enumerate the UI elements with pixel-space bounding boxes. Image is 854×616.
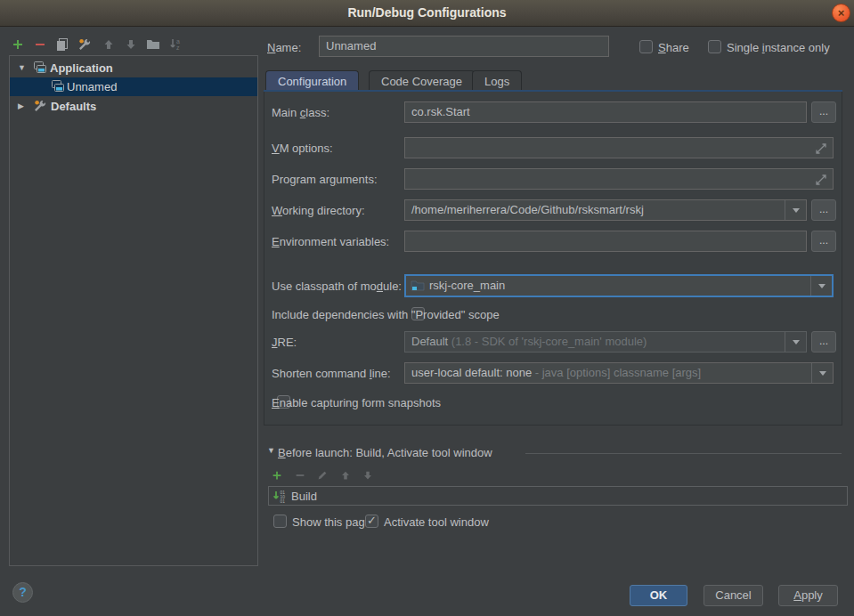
dialog-title: Run/Debug Configurations [0, 5, 854, 20]
move-up-icon[interactable] [102, 37, 116, 52]
environment-variables-label: Environment variables: [272, 235, 389, 248]
chevron-down-icon[interactable] [810, 276, 832, 296]
tree-item-label: Application [50, 59, 113, 77]
name-label: Name: [267, 41, 301, 54]
application-type-icon [33, 61, 47, 75]
cancel-button[interactable]: Cancel [704, 585, 763, 606]
task-move-up-icon[interactable] [339, 469, 352, 482]
before-launch-separator [525, 453, 842, 454]
environment-variables-browse-button[interactable]: ... [811, 231, 836, 252]
add-configuration-icon[interactable] [11, 37, 25, 52]
jre-combo[interactable]: Default (1.8 - SDK of 'rskj-core_main' m… [404, 331, 807, 353]
chevron-down-icon[interactable] [811, 363, 833, 383]
svg-text:z: z [176, 45, 180, 51]
use-classpath-combo[interactable]: rskj-core_main [404, 274, 834, 297]
close-icon[interactable]: × [832, 4, 850, 22]
titlebar[interactable]: Run/Debug Configurations × [0, 0, 854, 27]
create-folder-icon[interactable] [146, 37, 160, 52]
tree-item-application[interactable]: ▼ Application [10, 59, 257, 77]
name-input[interactable]: Unnamed [319, 36, 609, 57]
before-launch-task-row[interactable]: 011001 Build [268, 486, 848, 506]
expand-arrow-icon[interactable]: ▶ [18, 97, 24, 116]
working-directory-browse-button[interactable]: ... [811, 199, 836, 221]
activate-tool-window-checkbox[interactable] [365, 515, 378, 528]
application-type-icon [51, 79, 65, 93]
working-directory-label: Working directory: [272, 204, 365, 217]
move-down-icon[interactable] [124, 37, 138, 52]
chevron-down-icon[interactable] [785, 332, 806, 352]
vm-options-input[interactable] [404, 137, 834, 158]
share-label: Share [658, 41, 689, 54]
copy-configuration-icon[interactable] [55, 37, 69, 52]
main-class-browse-button[interactable]: ... [811, 101, 836, 123]
configuration-tab-panel: Main class: co.rsk.Start ... VM options:… [264, 92, 842, 426]
main-class-input[interactable]: co.rsk.Start [404, 101, 807, 123]
main-class-label: Main class: [272, 106, 329, 119]
module-icon [411, 279, 425, 293]
show-this-page-checkbox[interactable] [273, 515, 287, 528]
working-directory-combo[interactable]: /home/meriherrera/Code/Github/rsksmart/r… [404, 199, 807, 221]
tree-item-defaults[interactable]: ▶ Defaults [10, 97, 257, 116]
single-instance-checkbox[interactable] [708, 40, 721, 53]
jre-browse-button[interactable]: ... [811, 331, 836, 353]
before-launch-collapse-icon[interactable]: ▼ [267, 446, 275, 455]
help-icon[interactable]: ? [12, 582, 33, 603]
tab-configuration[interactable]: Configuration [265, 70, 359, 92]
use-classpath-label: Use classpath of module: [272, 280, 402, 293]
remove-task-icon[interactable] [294, 469, 306, 482]
sort-configurations-icon[interactable]: az [169, 37, 183, 52]
expand-field-icon[interactable] [814, 173, 828, 187]
defaults-icon [33, 99, 47, 113]
configurations-tree: ▼ Application Unnamed ▶ Defaults [9, 55, 258, 566]
program-arguments-label: Program arguments: [272, 173, 378, 186]
build-task-icon: 011001 [272, 490, 288, 504]
task-move-down-icon[interactable] [362, 469, 374, 482]
edit-task-icon[interactable] [316, 469, 329, 482]
ok-button[interactable]: OK [630, 585, 687, 606]
activate-tool-window-label: Activate tool window [384, 515, 489, 529]
tree-item-unnamed-selected[interactable]: Unnamed [10, 77, 257, 96]
show-this-page-label: Show this page [292, 515, 371, 529]
tree-item-label: Defaults [51, 97, 96, 116]
build-task-label: Build [291, 488, 317, 506]
tab-code-coverage[interactable]: Code Coverage [369, 70, 475, 92]
jre-label: JRE: [272, 336, 297, 349]
vm-options-label: VM options: [272, 142, 333, 155]
apply-button[interactable]: Apply [778, 585, 838, 606]
use-classpath-value: rskj-core_main [429, 276, 505, 296]
program-arguments-input[interactable] [404, 168, 834, 190]
tab-logs[interactable]: Logs [472, 70, 522, 92]
shorten-command-line-label: Shorten command line: [272, 367, 391, 380]
chevron-down-icon[interactable] [785, 200, 806, 220]
edit-defaults-icon[interactable] [77, 37, 92, 52]
share-checkbox[interactable] [639, 40, 653, 53]
environment-variables-input[interactable] [404, 231, 807, 252]
single-instance-label: Single instance only [727, 41, 830, 54]
remove-configuration-icon[interactable] [33, 37, 47, 52]
enable-capturing-label: Enable capturing form snapshots [272, 396, 441, 409]
expand-field-icon[interactable] [814, 142, 828, 156]
tree-item-label: Unnamed [67, 77, 117, 96]
include-dependencies-label: Include dependencies with "Provided" sco… [272, 308, 500, 321]
run-debug-configurations-dialog: Run/Debug Configurations × az ▼ Applicat… [0, 0, 854, 616]
svg-text:01: 01 [281, 499, 286, 504]
collapse-arrow-icon[interactable]: ▼ [18, 59, 26, 77]
add-task-icon[interactable] [271, 469, 283, 482]
svg-text:a: a [176, 38, 180, 45]
before-launch-header: Before launch: Build, Activate tool wind… [278, 446, 492, 459]
shorten-command-line-combo[interactable]: user-local default: none - java [options… [404, 362, 834, 384]
